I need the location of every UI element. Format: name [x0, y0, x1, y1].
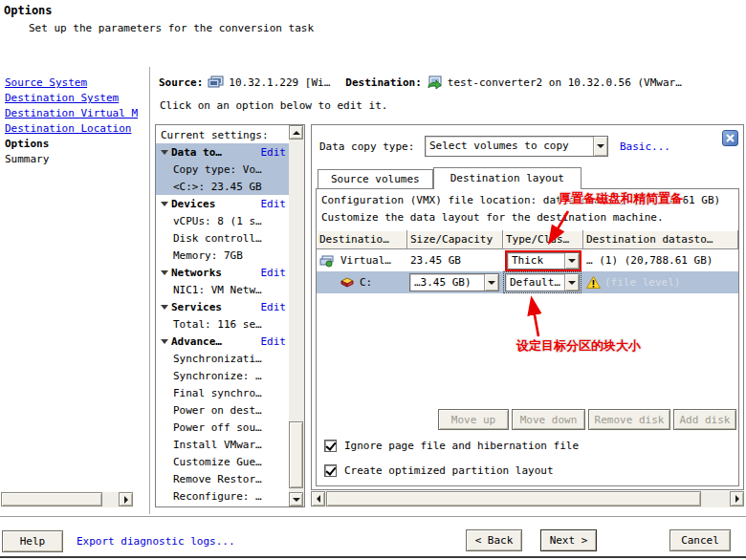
table-row-volume-c[interactable]: C: …3.45 GB) Default…: [317, 271, 738, 293]
remove-disk-button[interactable]: Remove disk: [588, 409, 670, 430]
left-arrow-icon: [317, 495, 320, 503]
tree-group-services[interactable]: Services Edit: [156, 298, 289, 315]
edit-link-devices[interactable]: Edit: [261, 198, 287, 210]
tree-vscrollbar[interactable]: [289, 125, 304, 506]
tree-group-data-to-copy[interactable]: Data to… Edit: [156, 143, 289, 161]
tree-group-networks[interactable]: Networks Edit: [156, 264, 289, 281]
tree-item-remove-restore[interactable]: Remove Restor…: [156, 470, 289, 487]
disk-datastore: … (1) (20,788.61 GB): [586, 254, 713, 267]
tree-selection-block: Data to… Edit Copy type: Vo… <C:>: 23.45…: [156, 143, 289, 195]
tab-source-volumes[interactable]: Source volumes: [318, 169, 433, 188]
ignore-pagefile-checkbox[interactable]: [324, 440, 337, 452]
data-copy-type-select[interactable]: Select volumes to copy: [425, 136, 608, 157]
tree-item-memory[interactable]: Memory: 7GB: [156, 247, 289, 264]
export-logs-link[interactable]: Export diagnostic logs...: [77, 535, 235, 548]
nav-destination-virtual-machine[interactable]: Destination Virtual M: [5, 107, 138, 119]
scrollbar-thumb[interactable]: [1, 492, 102, 506]
tree-item-customize-guest[interactable]: Customize Gue…: [156, 453, 289, 470]
volume-size-select[interactable]: …3.45 GB): [409, 273, 499, 291]
tree-item-vcpus[interactable]: vCPUs: 8 (1 s…: [156, 212, 289, 229]
tree-item-disk-controller[interactable]: Disk controll…: [156, 229, 289, 247]
tree-item-synchronization[interactable]: Synchronizati…: [156, 350, 289, 367]
down-arrow-icon: [293, 498, 300, 502]
tree-group-label: Networks: [171, 267, 222, 279]
tree-item-copy-type[interactable]: Copy type: Vo…: [156, 161, 289, 178]
scrollbar-right-button[interactable]: [119, 492, 133, 506]
col-header-type-cluster[interactable]: Type/Clus…: [503, 230, 583, 249]
computer-icon: [208, 75, 224, 90]
tree-group-advanced[interactable]: Advance… Edit: [156, 333, 289, 350]
dropdown-button[interactable]: [484, 274, 498, 291]
panel-hscrollbar[interactable]: [311, 491, 744, 507]
tree-item-power-off-source[interactable]: Power off sou…: [156, 419, 289, 436]
destination-label: Destination:: [345, 76, 421, 89]
close-button[interactable]: [722, 130, 738, 146]
selected-volume-size: …3.45 GB): [410, 274, 484, 291]
tree-item-final-sync[interactable]: Final synchro…: [156, 384, 289, 401]
create-optimized-label: Create optimized partition layout: [344, 464, 554, 477]
collapse-triangle-icon[interactable]: [161, 150, 168, 155]
move-up-button[interactable]: Move up: [438, 409, 509, 430]
scrollbar-left-button[interactable]: [311, 491, 325, 506]
next-button[interactable]: Next >: [540, 529, 597, 551]
tree-item-reconfigure[interactable]: Reconfigure: …: [156, 487, 289, 505]
data-copy-type-label: Data copy type:: [319, 140, 414, 153]
ignore-pagefile-label: Ignore page file and hibernation file: [344, 440, 579, 452]
disk-size: 23.45 GB: [410, 254, 461, 267]
collapse-triangle-icon[interactable]: [161, 339, 168, 344]
tree-group-devices[interactable]: Devices Edit: [156, 195, 289, 212]
dropdown-button[interactable]: [564, 274, 579, 291]
scrollbar-right-button[interactable]: [730, 491, 744, 506]
cluster-size-select[interactable]: Default…: [505, 273, 580, 291]
nav-destination-location[interactable]: Destination Location: [5, 122, 131, 135]
move-down-button[interactable]: Move down: [512, 409, 585, 430]
converter-options-window: Options Set up the parameters for the co…: [0, 0, 746, 560]
sidebar-divider: [149, 67, 151, 514]
source-value: 10.32.1.229 [Wi…: [229, 76, 330, 89]
tree-item-synchronize[interactable]: Synchronize: …: [156, 367, 289, 384]
tree-item-install-vmware-tools[interactable]: Install VMwar…: [156, 436, 289, 453]
window-bottom-edge: [0, 556, 746, 558]
col-header-size-capacity[interactable]: Size/Capacity: [407, 230, 503, 249]
scrollbar-thumb[interactable]: [289, 421, 303, 488]
cancel-button[interactable]: Cancel: [669, 529, 731, 551]
collapse-triangle-icon[interactable]: [161, 202, 168, 206]
right-arrow-icon: [124, 496, 128, 504]
tree-item-nic1[interactable]: NIC1: VM Netw…: [156, 281, 289, 298]
tree-group-label: Devices: [171, 198, 215, 210]
scrollbar-up-button[interactable]: [289, 125, 303, 140]
help-button[interactable]: Help: [2, 530, 63, 552]
nav-destination-system[interactable]: Destination System: [5, 92, 119, 104]
tree-item-volume-c[interactable]: <C:>: 23.45 GB: [156, 178, 289, 195]
ignore-pagefile-row: Ignore page file and hibernation file: [324, 440, 579, 452]
create-optimized-checkbox[interactable]: [324, 464, 337, 477]
nav-summary: Summary: [5, 153, 49, 165]
tree-group-label: Data to…: [171, 146, 222, 159]
scrollbar-down-button[interactable]: [289, 492, 303, 506]
add-disk-button[interactable]: Add disk: [673, 409, 736, 430]
basic-link[interactable]: Basic...: [620, 140, 670, 153]
col-header-destination-datastore[interactable]: Destination datasto…: [583, 230, 738, 249]
table-row-virtual-disk[interactable]: Virtual… 23.45 GB Thick … (1) (20,788.61…: [317, 249, 738, 271]
sidebar-hscrollbar[interactable]: [1, 492, 133, 507]
edit-link-networks[interactable]: Edit: [261, 267, 287, 279]
tree-item-power-on-destination[interactable]: Power on dest…: [156, 401, 289, 419]
collapse-triangle-icon[interactable]: [161, 305, 168, 310]
disk-type-select[interactable]: Thick: [507, 252, 580, 269]
partition-icon: [340, 277, 355, 288]
dropdown-button[interactable]: [564, 253, 579, 269]
disk-name: Virtual…: [340, 254, 391, 267]
dropdown-button[interactable]: [593, 137, 607, 156]
warning-icon: [586, 276, 601, 289]
tree-item-services-total[interactable]: Total: 116 se…: [156, 315, 289, 333]
collapse-triangle-icon[interactable]: [161, 270, 168, 275]
edit-link-advanced[interactable]: Edit: [261, 335, 287, 348]
nav-source-system[interactable]: Source System: [5, 76, 87, 89]
tab-destination-layout[interactable]: Destination layout: [433, 167, 581, 189]
virtual-disk-icon: [319, 254, 335, 268]
edit-link-data-to-copy[interactable]: Edit: [261, 146, 287, 159]
scrollbar-thumb[interactable]: [326, 491, 701, 506]
back-button[interactable]: < Back: [466, 529, 522, 551]
col-header-destination-volume[interactable]: Destinatio…: [317, 230, 407, 249]
edit-link-services[interactable]: Edit: [261, 301, 287, 313]
